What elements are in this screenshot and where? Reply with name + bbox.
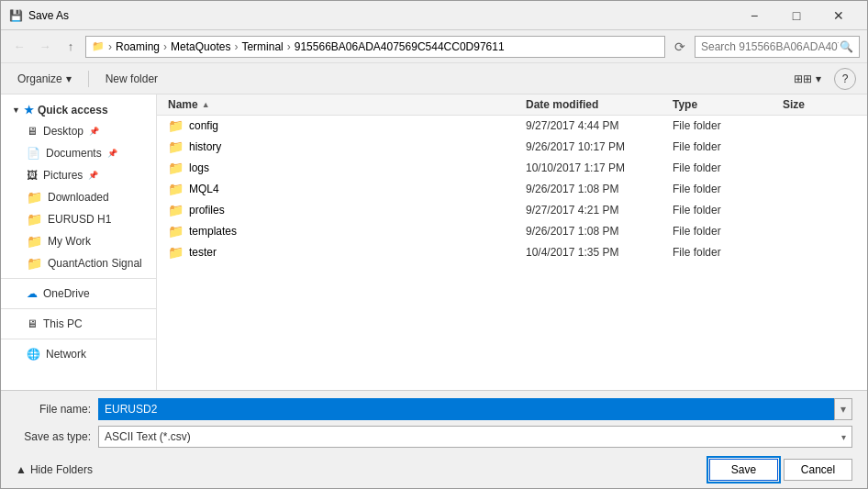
close-button[interactable]: ✕	[818, 1, 860, 30]
file-name-cell: 📁 profiles	[168, 203, 526, 217]
breadcrumb-bar[interactable]: 📁 › Roaming › MetaQuotes › Terminal › 91…	[85, 36, 665, 58]
filename-dropdown-arrow[interactable]: ▾	[834, 398, 852, 420]
filename-input[interactable]	[98, 398, 834, 420]
file-type: File folder	[673, 225, 783, 238]
view-options-button[interactable]: ⊞⊞ ▾	[788, 67, 827, 91]
forward-button[interactable]: →	[34, 36, 56, 58]
file-type: File folder	[673, 161, 783, 174]
quick-access-label: Quick access	[38, 104, 108, 117]
content-area: ▼ ★ Quick access 🖥 Desktop 📌 📄 Documents…	[1, 94, 867, 390]
file-row[interactable]: 📁 history 9/26/2017 10:17 PM File folder	[157, 137, 867, 158]
folder-icon: 📁	[168, 139, 184, 154]
help-button[interactable]: ?	[834, 68, 856, 90]
sidebar-item-downloaded[interactable]: 📁 Downloaded	[1, 186, 156, 208]
file-name-cell: 📁 templates	[168, 224, 526, 239]
eurusdh1-label: EURUSD H1	[48, 213, 111, 226]
sidebar-item-eurusdh1[interactable]: 📁 EURUSD H1	[1, 208, 156, 230]
desktop-icon: 🖥	[27, 125, 38, 138]
hide-folders-chevron-icon: ▲	[16, 463, 27, 476]
file-name: profiles	[189, 204, 225, 217]
file-type: File folder	[673, 183, 783, 195]
thispc-label: This PC	[43, 317, 83, 330]
column-size[interactable]: Size	[783, 98, 856, 111]
file-type: File folder	[673, 204, 783, 217]
organize-arrow-icon: ▾	[66, 72, 72, 85]
onedrive-icon: ☁	[27, 287, 38, 300]
sidebar: ▼ ★ Quick access 🖥 Desktop 📌 📄 Documents…	[1, 94, 157, 390]
new-folder-button[interactable]: New folder	[100, 67, 163, 91]
filename-label: File name:	[16, 403, 98, 416]
saveastype-label: Save as type:	[16, 430, 98, 443]
sidebar-item-network[interactable]: 🌐 Network	[1, 343, 156, 365]
file-row[interactable]: 📁 tester 10/4/2017 1:35 PM File folder	[157, 242, 867, 263]
file-date: 9/27/2017 4:44 PM	[526, 119, 673, 132]
sidebar-item-thispc[interactable]: 🖥 This PC	[1, 313, 156, 335]
file-row[interactable]: 📁 profiles 9/27/2017 4:21 PM File folder	[157, 200, 867, 221]
pictures-pin-icon[interactable]: 📌	[88, 171, 98, 180]
file-type: File folder	[673, 246, 783, 259]
refresh-button[interactable]: ⟳	[669, 36, 691, 58]
cancel-button[interactable]: Cancel	[784, 459, 852, 481]
file-name-cell: 📁 MQL4	[168, 182, 526, 196]
file-date: 10/10/2017 1:17 PM	[526, 161, 673, 174]
up-button[interactable]: ↑	[60, 36, 82, 58]
quantaction-folder-icon: 📁	[27, 256, 42, 271]
folder-icon: 📁	[168, 118, 184, 133]
filename-row: File name: ▾	[16, 398, 852, 420]
maximize-button[interactable]: □	[775, 1, 818, 30]
file-type: File folder	[673, 119, 783, 132]
breadcrumb-metaquotes[interactable]: MetaQuotes	[171, 40, 230, 53]
column-date[interactable]: Date modified	[526, 98, 673, 111]
hide-folders-button[interactable]: ▲ Hide Folders	[16, 463, 93, 476]
sidebar-item-pictures[interactable]: 🖼 Pictures 📌	[1, 164, 156, 186]
file-date: 9/26/2017 10:17 PM	[526, 140, 673, 153]
sidebar-item-documents[interactable]: 📄 Documents 📌	[1, 142, 156, 164]
file-date: 9/27/2017 4:21 PM	[526, 204, 673, 217]
hide-folders-label: Hide Folders	[30, 463, 93, 476]
documents-pin-icon[interactable]: 📌	[107, 149, 117, 158]
network-icon: 🌐	[27, 348, 40, 361]
saveastype-value: ASCII Text (*.csv)	[105, 430, 841, 443]
column-date-label: Date modified	[526, 98, 598, 111]
bottom-actions: ▲ Hide Folders Save Cancel	[16, 453, 852, 481]
documents-label: Documents	[46, 147, 102, 160]
quick-access-chevron-icon: ▼	[12, 106, 20, 115]
search-button[interactable]: 🔍	[839, 37, 853, 57]
sidebar-item-quantaction[interactable]: 📁 QuantAction Signal	[1, 252, 156, 274]
eurusdh1-folder-icon: 📁	[27, 212, 42, 227]
file-list-header: Name ▲ Date modified Type Size	[157, 94, 867, 116]
documents-icon: 📄	[27, 147, 40, 160]
breadcrumb-guid[interactable]: 915566BA06ADA407569C544CC0D97611	[295, 40, 505, 53]
organize-button[interactable]: Organize ▾	[12, 67, 77, 91]
thispc-icon: 🖥	[27, 317, 38, 330]
quick-access-header[interactable]: ▼ ★ Quick access	[1, 100, 156, 120]
dialog-title: Save As	[28, 9, 733, 22]
bottom-panel: File name: ▾ Save as type: ASCII Text (*…	[1, 390, 867, 488]
column-type[interactable]: Type	[673, 98, 783, 111]
sidebar-item-desktop[interactable]: 🖥 Desktop 📌	[1, 120, 156, 142]
file-date: 10/4/2017 1:35 PM	[526, 246, 673, 259]
minimize-button[interactable]: −	[733, 1, 775, 30]
breadcrumb-roaming[interactable]: Roaming	[116, 40, 160, 53]
folder-icon: 📁	[168, 245, 184, 260]
column-name[interactable]: Name ▲	[168, 98, 526, 111]
search-input[interactable]	[701, 40, 839, 53]
file-name: MQL4	[189, 183, 219, 195]
file-name-cell: 📁 logs	[168, 161, 526, 175]
sidebar-item-mywork[interactable]: 📁 My Work	[1, 230, 156, 252]
save-button[interactable]: Save	[709, 459, 778, 481]
file-row[interactable]: 📁 templates 9/26/2017 1:08 PM File folde…	[157, 221, 867, 242]
saveastype-select[interactable]: ASCII Text (*.csv) ▾	[98, 426, 852, 448]
file-row[interactable]: 📁 logs 10/10/2017 1:17 PM File folder	[157, 158, 867, 179]
file-name: templates	[189, 225, 237, 238]
breadcrumb-terminal[interactable]: Terminal	[241, 40, 283, 53]
sidebar-item-onedrive[interactable]: ☁ OneDrive	[1, 283, 156, 305]
downloaded-label: Downloaded	[48, 191, 109, 204]
back-button[interactable]: ←	[8, 36, 30, 58]
file-row[interactable]: 📁 config 9/27/2017 4:44 PM File folder	[157, 116, 867, 137]
save-as-dialog: 💾 Save As − □ ✕ ← → ↑ 📁 › Roaming › Meta…	[0, 0, 868, 489]
file-date: 9/26/2017 1:08 PM	[526, 225, 673, 238]
file-row[interactable]: 📁 MQL4 9/26/2017 1:08 PM File folder	[157, 179, 867, 200]
desktop-pin-icon[interactable]: 📌	[89, 127, 99, 136]
navigation-toolbar: ← → ↑ 📁 › Roaming › MetaQuotes › Termina…	[1, 30, 867, 63]
